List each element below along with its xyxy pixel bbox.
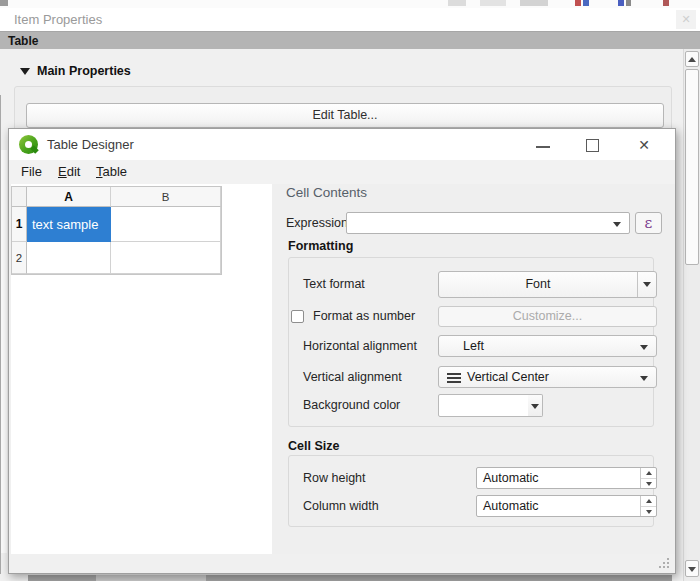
section-title: Table xyxy=(8,34,38,48)
vertical-alignment-value: Vertical Center xyxy=(467,367,549,387)
chevron-down-icon xyxy=(643,282,651,287)
font-button[interactable]: Font xyxy=(438,271,657,298)
spinner-up-button[interactable] xyxy=(641,496,656,506)
cell-contents-heading: Cell Contents xyxy=(286,185,367,200)
resize-grip-icon[interactable] xyxy=(655,557,671,571)
toolbar-fragment-icon xyxy=(0,0,8,6)
scrollbar-thumb[interactable] xyxy=(685,69,699,265)
dialog-titlebar[interactable]: Table Designer ✕ xyxy=(9,129,675,160)
row-height-label: Row height xyxy=(303,467,366,489)
toolbar-fragment-icon xyxy=(520,0,548,6)
chevron-down-icon[interactable] xyxy=(613,222,621,227)
column-width-label: Column width xyxy=(303,495,379,517)
edit-table-button[interactable]: Edit Table... xyxy=(26,103,664,128)
column-header-b[interactable]: B xyxy=(111,187,221,207)
formatting-heading: Formatting xyxy=(288,239,353,253)
close-icon: ✕ xyxy=(681,13,690,25)
format-as-number-checkbox[interactable] xyxy=(291,310,304,323)
toolbar-fragment-icon xyxy=(480,0,506,6)
background-color-label: Background color xyxy=(303,394,400,417)
spinner-down-button[interactable] xyxy=(641,478,656,488)
spreadsheet-area: A B 1 2 text sample xyxy=(11,184,272,554)
dialog-close-button[interactable]: ✕ xyxy=(630,133,658,157)
toolbar-fragment-icon xyxy=(575,0,581,6)
vertical-alignment-label: Vertical alignment xyxy=(303,366,402,388)
cell-a1-selected[interactable]: text sample xyxy=(27,207,111,242)
font-dropdown-button[interactable] xyxy=(637,272,656,297)
align-vertical-center-icon xyxy=(447,373,461,383)
grid-corner-cell[interactable] xyxy=(12,187,27,207)
customize-button-disabled[interactable]: Customize... xyxy=(438,306,657,327)
toolbar-fragment-icon xyxy=(618,0,624,6)
expression-label: Expression xyxy=(286,212,348,234)
format-as-number-label: Format as number xyxy=(313,306,415,327)
table-designer-dialog: Table Designer ✕ File Edit Table A B 1 2… xyxy=(8,128,676,574)
column-width-value: Automatic xyxy=(483,496,539,516)
close-icon: ✕ xyxy=(638,137,650,153)
spinner-up-icon xyxy=(646,499,652,503)
background-color-swatch[interactable] xyxy=(438,394,529,417)
background-color-dropdown-button[interactable] xyxy=(528,394,543,417)
underlying-groupbox-strip xyxy=(1,150,7,553)
maximize-icon xyxy=(586,139,599,152)
horizontal-alignment-label: Horizontal alignment xyxy=(303,335,417,357)
text-format-label: Text format xyxy=(303,271,365,298)
spinner-down-icon xyxy=(646,510,652,514)
column-width-spinbox[interactable]: Automatic xyxy=(476,495,657,517)
horizontal-alignment-combobox[interactable]: Left xyxy=(438,335,657,357)
epsilon-icon: ε xyxy=(645,214,653,232)
scrollbar-up-button[interactable] xyxy=(685,51,699,67)
collapse-triangle-icon[interactable] xyxy=(20,68,30,75)
row-header-2[interactable]: 2 xyxy=(12,242,27,274)
row-height-spinbox[interactable]: Automatic xyxy=(476,467,657,489)
item-properties-header: Item Properties ✕ xyxy=(0,8,700,31)
cell-size-heading: Cell Size xyxy=(288,439,339,453)
spinner-up-button[interactable] xyxy=(641,468,656,478)
spinner-buttons xyxy=(640,496,656,516)
toolbar-fragment-icon xyxy=(583,0,589,6)
row-height-value: Automatic xyxy=(483,468,539,488)
toolbar-fragment-icon xyxy=(626,0,631,6)
expression-builder-button[interactable]: ε xyxy=(635,212,662,234)
spinner-down-button[interactable] xyxy=(641,506,656,516)
scrollbar-down-icon xyxy=(688,567,696,572)
chevron-down-icon xyxy=(640,345,648,350)
dialog-menubar: File Edit Table xyxy=(9,160,675,184)
panel-title: Item Properties xyxy=(14,12,102,27)
row-header-1[interactable]: 1 xyxy=(12,207,27,242)
scrollbar-down-button[interactable] xyxy=(685,560,699,577)
font-button-label: Font xyxy=(439,272,637,297)
minimize-button[interactable] xyxy=(529,133,557,157)
main-properties-heading: Main Properties xyxy=(37,64,131,78)
section-title-bar: Table xyxy=(0,31,700,49)
toolbar-fragment-icon xyxy=(663,0,669,6)
chevron-down-icon xyxy=(640,376,648,381)
cropped-toolbar-strip xyxy=(0,0,700,8)
cell-b2[interactable] xyxy=(111,242,221,274)
cell-b1[interactable] xyxy=(111,207,221,242)
expression-input[interactable] xyxy=(349,214,607,232)
toolbar-fragment-icon xyxy=(448,0,466,6)
expression-combobox[interactable] xyxy=(346,212,630,234)
chevron-down-icon xyxy=(531,404,539,409)
underlying-section-bar-segment xyxy=(96,575,206,581)
minimize-icon xyxy=(536,146,550,148)
qgis-logo-icon xyxy=(19,135,38,154)
vertical-scrollbar[interactable] xyxy=(683,49,700,581)
spreadsheet-grid: A B 1 2 text sample xyxy=(11,186,222,275)
spinner-down-icon xyxy=(646,482,652,486)
cell-a2[interactable] xyxy=(27,242,111,274)
menu-table[interactable]: Table xyxy=(92,163,131,181)
screen: { "panel": { "title": "Item Properties",… xyxy=(0,0,700,581)
maximize-button[interactable] xyxy=(579,133,607,157)
menu-file[interactable]: File xyxy=(17,163,46,181)
spinner-buttons xyxy=(640,468,656,488)
vertical-alignment-combobox[interactable]: Vertical Center xyxy=(438,366,657,388)
dialog-title: Table Designer xyxy=(47,137,134,152)
spinner-up-icon xyxy=(646,471,652,475)
scrollbar-up-icon xyxy=(688,57,696,62)
horizontal-alignment-value: Left xyxy=(463,336,484,356)
menu-edit[interactable]: Edit xyxy=(54,163,84,181)
panel-close-button[interactable]: ✕ xyxy=(676,10,696,29)
column-header-a[interactable]: A xyxy=(27,187,111,207)
